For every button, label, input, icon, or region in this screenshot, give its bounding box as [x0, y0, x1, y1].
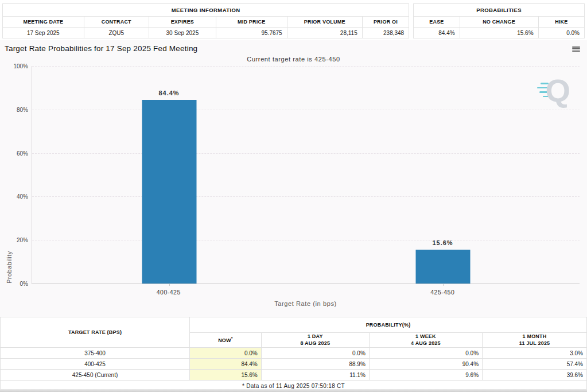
ease-value: 84.4%: [414, 28, 460, 38]
one-month-header: 1 MONTH 11 JUL 2025: [483, 333, 587, 348]
gridline: [32, 110, 580, 110]
chart-title: Target Rate Probabilities for 17 Sep 202…: [5, 44, 197, 53]
x-category-425-450: 425-450: [430, 289, 454, 296]
watermark-q-letter: Q: [545, 72, 570, 109]
rate-cell: 425-450 (Current): [1, 370, 190, 381]
no-change-value: 15.6%: [460, 28, 538, 38]
gridline: [32, 240, 580, 240]
rate-cell: 375-400: [1, 348, 190, 359]
quikstrike-watermark: Q: [536, 69, 570, 115]
table-row: 375-400 0.0% 0.0% 0.0% 3.0%: [1, 348, 587, 359]
chart-subtitle: Current target rate is 425-450: [0, 56, 587, 63]
week-cell: 90.4%: [369, 359, 482, 370]
now-header: NOW*: [190, 333, 262, 348]
contract-value: ZQU5: [84, 28, 149, 38]
bar-425-450[interactable]: [415, 250, 470, 284]
bar-data-label: 15.6%: [405, 239, 481, 246]
x-tick-mark: [443, 284, 444, 286]
now-cell: 15.6%: [190, 370, 262, 381]
one-week-header: 1 WEEK 4 AUG 2025: [369, 333, 482, 348]
y-tick-label: 0%: [20, 281, 28, 287]
hike-value: 0.0%: [538, 28, 584, 38]
probabilities-title: PROBABILITIES: [414, 4, 585, 17]
week-cell: 0.0%: [369, 348, 482, 359]
hike-header: HIKE: [538, 17, 584, 28]
prior-oi-value: 238,348: [362, 28, 409, 38]
y-axis-title: Probability: [6, 66, 13, 284]
y-tick-label: 80%: [17, 106, 28, 112]
probability-group-header: PROBABILITY(%): [190, 317, 587, 333]
ease-header: EASE: [414, 17, 460, 28]
x-axis-title: Target Rate (in bps): [32, 300, 580, 307]
bar-slot-425-450: 15.6%: [415, 66, 470, 284]
meeting-date-value: 17 Sep 2025: [3, 28, 84, 38]
prior-volume-value: 28,115: [287, 28, 362, 38]
now-cell: 0.0%: [190, 348, 262, 359]
y-tick-label: 100%: [13, 63, 28, 69]
month-cell: 39.6%: [483, 370, 587, 381]
day-cell: 11.1%: [261, 370, 369, 381]
meeting-information-table: MEETING INFORMATION MEETING DATE CONTRAC…: [2, 3, 409, 38]
prior-volume-header: PRIOR VOLUME: [287, 17, 362, 28]
week-cell: 9.6%: [369, 370, 482, 381]
x-category-400-425: 400-425: [157, 289, 181, 296]
top-summary-section: MEETING INFORMATION MEETING DATE CONTRAC…: [0, 0, 587, 40]
no-change-header: NO CHANGE: [460, 17, 538, 28]
mid-price-value: 95.7675: [216, 28, 287, 38]
gridline: [32, 196, 580, 197]
month-cell: 57.4%: [483, 359, 587, 370]
bottom-edge-strip: [0, 389, 587, 392]
gridline: [32, 153, 580, 154]
day-cell: 88.9%: [261, 359, 369, 370]
y-tick-label: 60%: [17, 150, 28, 156]
y-tick-label: 40%: [17, 193, 28, 200]
plot-area: Probability 100% 80% 60% 40% 20% 0% 84.4…: [32, 66, 580, 284]
bar-400-425[interactable]: [142, 100, 196, 284]
meeting-date-header: MEETING DATE: [3, 17, 84, 28]
mid-price-header: MID PRICE: [216, 17, 287, 28]
bar-data-label: 84.4%: [131, 90, 207, 96]
contract-header: CONTRACT: [84, 17, 149, 28]
y-tick-label: 20%: [17, 237, 28, 243]
expires-value: 30 Sep 2025: [149, 28, 216, 38]
target-rate-chart: Target Rate Probabilities for 17 Sep 202…: [0, 40, 587, 317]
rate-cell: 400-425: [1, 359, 190, 370]
gridline: [32, 66, 580, 67]
now-cell: 84.4%: [190, 359, 262, 370]
now-asterisk: *: [231, 336, 233, 340]
probabilities-summary-table: PROBABILITIES EASE NO CHANGE HIKE 84.4% …: [413, 3, 585, 38]
target-rate-bps-header: TARGET RATE (BPS): [1, 317, 190, 348]
hamburger-icon: [572, 46, 580, 52]
x-axis-labels: 400-425 425-450: [32, 289, 580, 298]
expires-header: EXPIRES: [149, 17, 216, 28]
chart-menu-button[interactable]: [571, 45, 581, 53]
table-row: 425-450 (Current) 15.6% 11.1% 9.6% 39.6%: [1, 370, 587, 381]
x-tick-mark: [169, 284, 170, 286]
bar-slot-400-425: 84.4%: [142, 66, 196, 284]
meeting-information-title: MEETING INFORMATION: [3, 4, 409, 17]
table-row: 400-425 84.4% 88.9% 90.4% 57.4%: [1, 359, 587, 370]
one-day-header: 1 DAY 8 AUG 2025: [261, 333, 369, 348]
month-cell: 3.0%: [483, 348, 587, 359]
day-cell: 0.0%: [261, 348, 369, 359]
probability-history-table: TARGET RATE (BPS) PROBABILITY(%) NOW* 1 …: [0, 317, 587, 391]
prior-oi-header: PRIOR OI: [362, 17, 409, 28]
